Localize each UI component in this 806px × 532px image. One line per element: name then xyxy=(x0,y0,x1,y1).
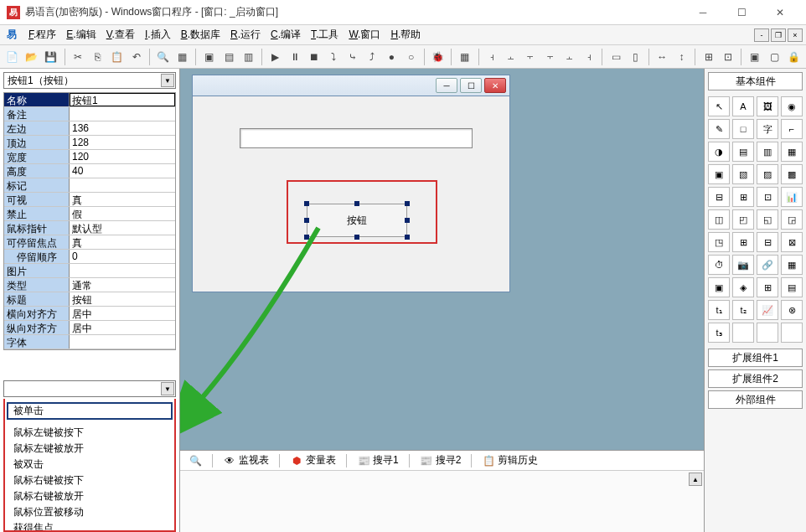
size1-icon[interactable]: ▭ xyxy=(607,48,624,66)
resize-handle[interactable] xyxy=(304,201,309,206)
resize-handle[interactable] xyxy=(405,235,410,240)
property-row[interactable]: 标题按钮 xyxy=(4,292,175,307)
send-back-icon[interactable]: ▢ xyxy=(766,48,783,66)
event-item[interactable]: 被双击 xyxy=(7,457,173,473)
property-row[interactable]: 字体 xyxy=(4,335,175,349)
grid-icon[interactable]: ▦ xyxy=(173,48,191,66)
palette-component[interactable] xyxy=(757,323,778,343)
scroll-up-button[interactable]: ▲ xyxy=(689,473,702,486)
property-row[interactable]: 纵向对齐方式居中 xyxy=(4,321,175,335)
menu-item[interactable]: H.帮助 xyxy=(385,25,426,44)
chevron-down-icon[interactable]: ▼ xyxy=(161,382,174,395)
space2-icon[interactable]: ↕ xyxy=(673,48,690,66)
property-row[interactable]: 可停留焦点真 xyxy=(4,235,175,250)
mdi-restore[interactable]: ❐ xyxy=(771,28,786,42)
property-row[interactable]: 高度40 xyxy=(4,164,175,178)
tab-watch[interactable]: 👁监视表 xyxy=(220,452,272,469)
palette-component[interactable]: ⊡ xyxy=(757,187,778,207)
open-icon[interactable]: 📂 xyxy=(23,48,40,66)
menu-item[interactable]: B.数据库 xyxy=(176,25,225,44)
pause-icon[interactable]: ⏸ xyxy=(286,48,303,66)
property-row[interactable]: 顶边128 xyxy=(4,136,175,150)
palette-component[interactable]: ▨ xyxy=(757,164,778,184)
property-row[interactable]: 类型通常 xyxy=(4,278,175,292)
component-selector[interactable]: 按钮1（按钮） ▼ xyxy=(3,72,176,89)
new-icon[interactable]: 📄 xyxy=(3,48,21,66)
property-value[interactable]: 真 xyxy=(70,193,175,206)
align-bot-icon[interactable]: ⫞ xyxy=(580,48,597,66)
lock-icon[interactable]: 🔒 xyxy=(785,48,803,66)
align-mid-icon[interactable]: ⫠ xyxy=(561,48,578,66)
event-item[interactable]: 鼠标右键被放开 xyxy=(7,488,173,504)
property-value[interactable]: 真 xyxy=(70,235,175,249)
copy-icon[interactable]: ⎘ xyxy=(89,48,106,66)
palette-component[interactable]: 📊 xyxy=(781,187,803,207)
resize-handle[interactable] xyxy=(405,218,410,223)
palette-component[interactable]: ◱ xyxy=(757,209,778,230)
property-value[interactable]: 居中 xyxy=(70,321,175,334)
run-icon[interactable]: ▶ xyxy=(266,48,284,66)
find-icon[interactable]: 🔍 xyxy=(154,48,172,66)
palette-component[interactable]: ⊟ xyxy=(708,187,730,207)
palette-component[interactable]: ◉ xyxy=(781,96,803,116)
palette-component[interactable]: ⊞ xyxy=(732,232,754,252)
tab-clipboard[interactable]: 📋剪辑历史 xyxy=(478,452,541,469)
property-grid[interactable]: 名称按钮1备注左边136顶边128宽度120高度40标记可视真禁止假鼠标指针默认… xyxy=(3,92,176,350)
align-right-icon[interactable]: ⫟ xyxy=(522,48,540,66)
palette-component[interactable]: ◑ xyxy=(708,142,730,162)
palette-component[interactable]: 字 xyxy=(757,119,778,139)
property-row[interactable]: 备注 xyxy=(4,107,175,121)
property-row[interactable]: 横向对齐方式居中 xyxy=(4,307,175,321)
property-value[interactable]: 120 xyxy=(70,150,175,163)
palette-component[interactable]: ▦ xyxy=(781,255,803,275)
tab-variables[interactable]: ⬢变量表 xyxy=(287,452,339,469)
property-row[interactable]: 名称按钮1 xyxy=(4,93,175,107)
form-maximize-button[interactable]: ☐ xyxy=(460,78,482,93)
palette-component[interactable]: t₂ xyxy=(732,300,754,320)
align-top-icon[interactable]: ⫟ xyxy=(541,48,559,66)
menu-item[interactable]: F.程序 xyxy=(23,25,61,44)
palette-component[interactable]: ◰ xyxy=(732,209,754,230)
paste-icon[interactable]: 📋 xyxy=(108,48,126,66)
property-value[interactable]: 按钮1 xyxy=(70,93,175,106)
palette-component[interactable]: ▧ xyxy=(732,164,754,184)
property-value[interactable]: 0 xyxy=(70,250,175,263)
save-icon[interactable]: 💾 xyxy=(42,48,59,66)
property-value[interactable]: 默认型 xyxy=(70,221,175,235)
palette-component[interactable]: ✎ xyxy=(708,119,730,139)
palette-group-external[interactable]: 外部组件 xyxy=(708,390,803,409)
property-row[interactable]: 鼠标指针默认型 xyxy=(4,221,175,235)
maximize-button[interactable]: ☐ xyxy=(722,1,761,24)
event-item[interactable]: 获得焦点 xyxy=(7,520,173,532)
stop-icon[interactable]: ⏹ xyxy=(305,48,323,66)
align-left-icon[interactable]: ⫞ xyxy=(483,48,500,66)
palette-component[interactable]: ▤ xyxy=(732,142,754,162)
menu-item[interactable]: E.编辑 xyxy=(61,25,101,44)
chevron-down-icon[interactable]: ▼ xyxy=(161,74,174,87)
event-item[interactable]: 鼠标右键被按下 xyxy=(7,473,173,488)
palette-component[interactable]: ◳ xyxy=(708,232,730,252)
space1-icon[interactable]: ↔ xyxy=(654,48,671,66)
step-out-icon[interactable]: ⤴ xyxy=(364,48,381,66)
menu-item[interactable]: V.查看 xyxy=(101,25,140,44)
property-value[interactable]: 居中 xyxy=(70,307,175,320)
property-value[interactable] xyxy=(70,264,175,277)
palette-component[interactable]: ◈ xyxy=(732,277,754,297)
center1-icon[interactable]: ⊞ xyxy=(700,48,717,66)
layout-icon[interactable]: ▦ xyxy=(456,48,473,66)
palette-component[interactable]: ▣ xyxy=(708,164,730,184)
debug-icon[interactable]: 🐞 xyxy=(429,48,447,66)
palette-component[interactable]: □ xyxy=(732,119,754,139)
menu-item[interactable]: R.运行 xyxy=(225,25,266,44)
cut-icon[interactable]: ✂ xyxy=(69,48,86,66)
tab-search2[interactable]: 📰搜寻2 xyxy=(416,452,465,469)
palette-component[interactable]: ▥ xyxy=(757,142,778,162)
property-value[interactable] xyxy=(70,178,175,192)
tool2-icon[interactable]: ▤ xyxy=(220,48,238,66)
property-row[interactable]: 可视真 xyxy=(4,193,175,207)
property-value[interactable]: 128 xyxy=(70,136,175,149)
property-row[interactable]: 左边136 xyxy=(4,121,175,136)
palette-component[interactable]: ⊗ xyxy=(781,300,803,320)
step-over-icon[interactable]: ⤵ xyxy=(324,48,342,66)
palette-component[interactable]: 🔗 xyxy=(757,255,778,275)
